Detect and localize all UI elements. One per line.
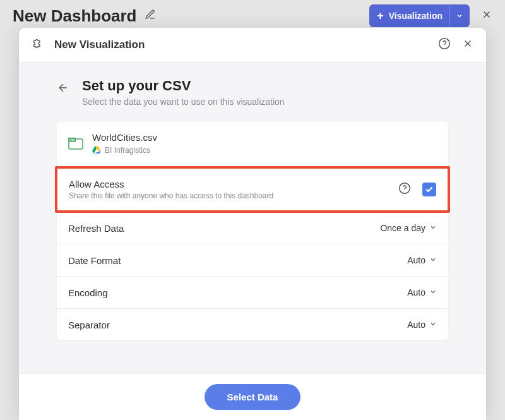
modal-footer: Select Data: [19, 373, 486, 420]
plus-icon: +: [369, 9, 389, 23]
date-format-row[interactable]: Date Format Auto: [57, 244, 448, 277]
modal-title: New Visualization: [54, 39, 145, 51]
separator-row[interactable]: Separator Auto: [57, 309, 448, 340]
allow-access-row[interactable]: Allow Access Share this file with anyone…: [55, 166, 450, 213]
chevron-down-icon[interactable]: [449, 4, 470, 27]
modal-close-icon[interactable]: [462, 38, 473, 52]
date-format-value: Auto: [407, 255, 425, 265]
date-format-label: Date Format: [68, 255, 407, 266]
separator-value: Auto: [407, 320, 425, 330]
back-arrow-icon[interactable]: [57, 81, 69, 97]
setup-header: Set up your CSV Select the data you want…: [57, 78, 448, 107]
encoding-row[interactable]: Encoding Auto: [57, 277, 448, 309]
csv-file-icon: CSV: [68, 138, 83, 150]
close-icon[interactable]: [481, 9, 492, 23]
new-visualization-modal: New Visualization Set up your CSV Select…: [19, 28, 486, 420]
select-data-button[interactable]: Select Data: [205, 384, 301, 410]
refresh-data-row[interactable]: Refresh Data Once a day: [57, 212, 448, 244]
file-row[interactable]: CSV WorldCities.csv BI Infragistics: [57, 122, 448, 167]
add-visualization-button[interactable]: + Visualization: [369, 4, 470, 27]
allow-access-checkbox[interactable]: [422, 183, 436, 196]
chevron-down-icon: [429, 319, 437, 330]
refresh-value: Once a day: [380, 223, 425, 233]
chevron-down-icon: [429, 222, 437, 234]
edit-icon[interactable]: [145, 9, 156, 23]
settings-list: CSV WorldCities.csv BI Infragistics Allo…: [57, 122, 448, 340]
chevron-down-icon: [429, 255, 437, 266]
modal-body: Set up your CSV Select the data you want…: [19, 63, 486, 373]
refresh-label: Refresh Data: [68, 223, 380, 234]
encoding-label: Encoding: [68, 287, 407, 298]
file-source: BI Infragistics: [105, 146, 150, 155]
setup-subtitle: Select the data you want to use on this …: [82, 97, 285, 107]
file-name: WorldCities.csv: [92, 132, 437, 143]
help-icon[interactable]: [438, 37, 451, 52]
allow-access-sub: Share this file with anyone who has acce…: [69, 191, 398, 200]
svg-point-13: [400, 183, 410, 194]
page-title: New Dashboard: [13, 6, 137, 26]
separator-label: Separator: [68, 320, 407, 330]
puzzle-icon: [32, 37, 45, 53]
encoding-value: Auto: [407, 287, 425, 297]
svg-point-2: [439, 39, 450, 49]
svg-text:CSV: CSV: [69, 138, 76, 142]
chevron-down-icon: [429, 287, 437, 298]
setup-title: Set up your CSV: [82, 78, 285, 94]
viz-button-label: Visualization: [389, 11, 449, 21]
modal-header: New Visualization: [19, 28, 486, 63]
google-drive-icon: [92, 145, 101, 156]
help-icon[interactable]: [398, 182, 411, 197]
page-header: New Dashboard + Visualization: [0, 0, 505, 32]
allow-access-label: Allow Access: [69, 179, 398, 189]
